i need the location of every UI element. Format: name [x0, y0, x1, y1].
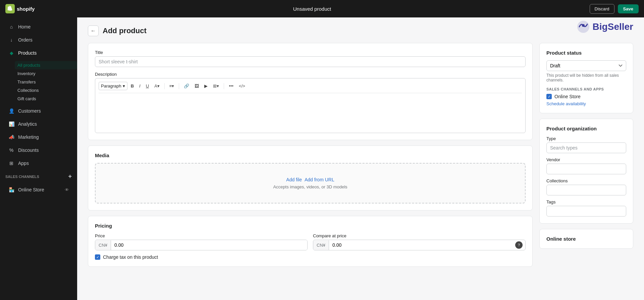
media-hint: Accepts images, videos, or 3D models: [102, 184, 518, 189]
sidebar-item-analytics[interactable]: 📊 Analytics: [3, 118, 74, 130]
vendor-field: Vendor: [546, 157, 626, 174]
collections-field: Collections: [546, 178, 626, 195]
align-button[interactable]: ≡▾: [167, 82, 176, 90]
pricing-title: Pricing: [95, 223, 526, 229]
page-unsaved-title: Unsaved product: [293, 6, 331, 12]
table-button[interactable]: ⊞▾: [211, 82, 221, 90]
type-label: Type: [546, 136, 626, 141]
paragraph-dropdown-icon: ▾: [123, 83, 125, 88]
link-button[interactable]: 🔗: [182, 82, 191, 90]
toolbar-divider-1: [164, 83, 165, 89]
compare-price-input[interactable]: [329, 240, 515, 250]
online-store-checkbox[interactable]: ✓: [546, 94, 552, 99]
charge-tax-checkbox[interactable]: ✓: [95, 254, 100, 260]
sidebar-sub-transfers[interactable]: Transfers: [15, 78, 77, 86]
tags-input[interactable]: [546, 206, 626, 217]
apps-icon: ⊞: [8, 160, 15, 167]
image-button[interactable]: 🖼: [193, 82, 201, 90]
add-sales-channel-button[interactable]: +: [68, 173, 72, 180]
color-button[interactable]: A▾: [152, 82, 162, 90]
tags-field: Tags: [546, 199, 626, 217]
description-content-area[interactable]: [99, 96, 522, 129]
paragraph-label: Paragraph: [101, 83, 121, 88]
sidebar-item-products-label: Products: [18, 50, 37, 56]
sidebar-item-products[interactable]: ◆ Products: [3, 47, 74, 59]
type-input[interactable]: [546, 142, 626, 153]
sidebar-item-online-store[interactable]: 🏪 Online Store 👁: [3, 183, 74, 196]
pricing-row: Price CN¥ Compare at price CN¥ ?: [95, 233, 526, 250]
sidebar-item-apps[interactable]: ⊞ Apps: [3, 157, 74, 170]
compare-price-col: Compare at price CN¥ ?: [313, 233, 526, 250]
sidebar-item-discounts[interactable]: % Discounts: [3, 144, 74, 157]
channels-label: SALES CHANNELS AND APPS: [546, 87, 626, 91]
underline-button[interactable]: U: [144, 82, 151, 90]
topnav-actions: Discard Save: [590, 4, 639, 14]
product-org-title: Product organization: [546, 126, 626, 131]
media-card: Media Add file Add from URL Accepts imag…: [88, 145, 533, 211]
online-store-channel-row: ✓ Online Store: [546, 94, 626, 99]
add-from-url-link[interactable]: Add from URL: [305, 177, 334, 182]
code-button[interactable]: </>: [237, 82, 247, 90]
main-layout: ⌂ Home ↓ Orders ◆ Products All products …: [0, 17, 644, 300]
sidebar-item-customers[interactable]: 👤 Customers: [3, 105, 74, 117]
online-store-card: Online store: [539, 229, 633, 249]
toolbar-divider-2: [179, 83, 179, 89]
sidebar-sub-gift-cards[interactable]: Gift cards: [15, 95, 77, 103]
bigseller-logo: BigSeller: [577, 20, 633, 34]
vendor-input[interactable]: [546, 164, 626, 174]
page-title: Add product: [103, 26, 147, 35]
compare-price-help-icon[interactable]: ?: [515, 241, 523, 249]
bigseller-icon: [577, 20, 590, 34]
sales-channels-label: SALES CHANNELS: [5, 175, 39, 179]
online-store-icon: 🏪: [8, 186, 15, 193]
price-col: Price CN¥: [95, 233, 308, 250]
sidebar-sub-collections[interactable]: Collections: [15, 86, 77, 95]
discard-button[interactable]: Discard: [590, 4, 614, 14]
sidebar-online-store-label: Online Store: [18, 187, 44, 192]
shopify-icon: [5, 4, 15, 13]
price-label: Price: [95, 233, 308, 238]
product-status-title: Product status: [546, 50, 626, 56]
title-description-card: Title Description Paragraph ▾ B I U: [88, 43, 533, 140]
video-button[interactable]: ▶: [202, 82, 210, 90]
more-button[interactable]: •••: [227, 82, 235, 90]
main-content: BigSeller ← Add product Title Descriptio…: [77, 17, 644, 300]
online-store-section-title: Online store: [546, 236, 626, 242]
product-status-select[interactable]: Draft Active: [546, 60, 626, 71]
sidebar-item-customers-label: Customers: [18, 108, 41, 114]
back-button[interactable]: ←: [88, 25, 99, 36]
content-main: Title Description Paragraph ▾ B I U: [88, 43, 533, 267]
paragraph-select[interactable]: Paragraph ▾: [99, 82, 127, 90]
media-dropzone[interactable]: Add file Add from URL Accepts images, vi…: [95, 163, 526, 203]
product-org-card: Product organization Type Vendor Collect…: [539, 119, 633, 224]
sidebar-sub-all-products[interactable]: All products: [15, 61, 77, 69]
sidebar-item-apps-label: Apps: [18, 161, 29, 166]
schedule-availability-link[interactable]: Schedule availability: [546, 101, 626, 106]
online-store-channel-label: Online Store: [554, 94, 581, 99]
media-title: Media: [95, 153, 526, 158]
customers-icon: 👤: [8, 108, 15, 114]
top-navigation: shopify Unsaved product Discard Save: [0, 0, 644, 17]
save-button[interactable]: Save: [618, 4, 639, 13]
add-file-link[interactable]: Add file: [286, 177, 302, 182]
price-currency: CN¥: [95, 240, 111, 250]
bold-button[interactable]: B: [129, 82, 136, 90]
title-input[interactable]: [95, 56, 526, 67]
italic-button[interactable]: I: [137, 82, 143, 90]
content-row: Title Description Paragraph ▾ B I U: [88, 43, 633, 267]
sidebar-item-marketing-label: Marketing: [18, 134, 39, 140]
products-icon: ◆: [8, 50, 15, 56]
charge-tax-label: Charge tax on this product: [103, 254, 158, 260]
topnav-left: shopify: [5, 4, 35, 13]
products-submenu: All products Inventory Transfers Collect…: [0, 60, 77, 104]
sidebar-sub-inventory[interactable]: Inventory: [15, 69, 77, 78]
pricing-card: Pricing Price CN¥ Compare at price: [88, 216, 533, 267]
description-editor: Paragraph ▾ B I U A▾ ≡▾ 🔗 🖼: [95, 78, 526, 133]
sidebar-item-marketing[interactable]: 📣 Marketing: [3, 131, 74, 143]
sidebar-item-orders[interactable]: ↓ Orders: [3, 34, 74, 46]
product-status-hint: This product will be hidden from all sal…: [546, 73, 626, 82]
online-store-visibility-icon[interactable]: 👁: [65, 187, 69, 192]
sidebar-item-home[interactable]: ⌂ Home: [3, 20, 74, 33]
price-input[interactable]: [111, 240, 307, 250]
collections-input[interactable]: [546, 185, 626, 195]
